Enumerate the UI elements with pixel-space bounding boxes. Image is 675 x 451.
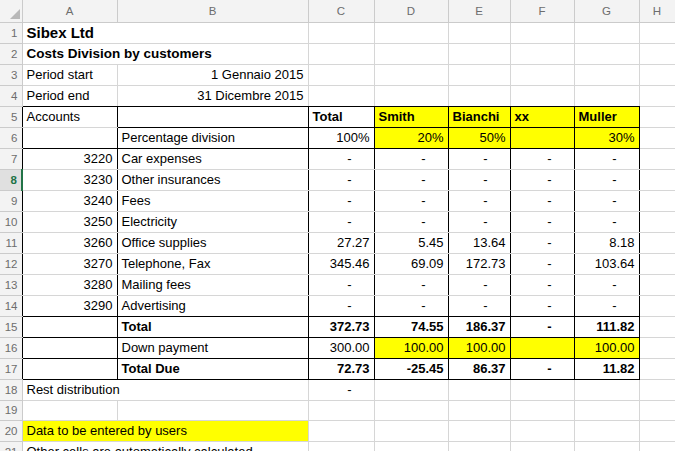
total-due-smith-cell[interactable]: -25.45 <box>374 358 448 379</box>
empty-cell[interactable] <box>639 169 675 190</box>
empty-cell[interactable] <box>639 232 675 253</box>
row-header-12[interactable]: 12 <box>0 253 22 274</box>
empty-cell[interactable] <box>448 22 510 43</box>
empty-cell[interactable] <box>510 379 574 400</box>
empty-cell[interactable] <box>574 379 639 400</box>
empty-cell[interactable] <box>448 43 510 64</box>
row-header-20[interactable]: 20 <box>0 420 22 441</box>
row-header-7[interactable]: 7 <box>0 148 22 169</box>
empty-cell[interactable] <box>639 64 675 85</box>
account-name-cell[interactable]: Car expenses <box>117 148 308 169</box>
account-code-cell[interactable]: 3220 <box>22 148 117 169</box>
empty-cell[interactable] <box>374 64 448 85</box>
empty-cell[interactable] <box>374 379 448 400</box>
empty-cell[interactable] <box>374 400 448 420</box>
account-name-cell[interactable]: Fees <box>117 190 308 211</box>
account-xx-cell[interactable]: - <box>510 232 574 253</box>
account-xx-cell[interactable]: - <box>510 148 574 169</box>
account-total-cell[interactable]: - <box>308 190 374 211</box>
percentage-smith-cell[interactable]: 20% <box>374 127 448 148</box>
empty-cell[interactable] <box>510 64 574 85</box>
empty-cell[interactable] <box>639 379 675 400</box>
empty-cell[interactable] <box>308 43 374 64</box>
account-xx-cell[interactable]: - <box>510 274 574 295</box>
account-bianchi-cell[interactable]: - <box>448 295 510 316</box>
empty-cell[interactable] <box>308 22 374 43</box>
account-bianchi-cell[interactable]: - <box>448 211 510 232</box>
account-total-cell[interactable]: - <box>308 148 374 169</box>
down-payment-label-cell[interactable]: Down payment <box>117 337 308 358</box>
empty-cell[interactable] <box>510 43 574 64</box>
empty-cell[interactable] <box>639 441 675 451</box>
customer-smith-header-cell[interactable]: Smith <box>374 106 448 127</box>
empty-cell[interactable] <box>574 420 639 441</box>
empty-cell[interactable] <box>574 85 639 106</box>
row-header-10[interactable]: 10 <box>0 211 22 232</box>
account-bianchi-cell[interactable]: - <box>448 148 510 169</box>
total-column-header-cell[interactable]: Total <box>308 106 374 127</box>
empty-cell[interactable] <box>308 64 374 85</box>
row-header-17[interactable]: 17 <box>0 358 22 379</box>
account-xx-cell[interactable]: - <box>510 253 574 274</box>
customer-xx-header-cell[interactable]: xx <box>510 106 574 127</box>
account-muller-cell[interactable]: 103.64 <box>574 253 639 274</box>
account-muller-cell[interactable]: - <box>574 274 639 295</box>
empty-cell[interactable] <box>22 127 117 148</box>
empty-cell[interactable] <box>639 253 675 274</box>
empty-cell[interactable] <box>308 420 374 441</box>
account-xx-cell[interactable]: - <box>510 169 574 190</box>
empty-cell[interactable] <box>308 400 374 420</box>
percentage-bianchi-cell[interactable]: 50% <box>448 127 510 148</box>
down-payment-total-cell[interactable]: 300.00 <box>308 337 374 358</box>
total-due-xx-cell[interactable]: - <box>510 358 574 379</box>
column-header-h[interactable]: H <box>639 0 675 22</box>
account-xx-cell[interactable]: - <box>510 295 574 316</box>
empty-cell[interactable] <box>574 441 639 451</box>
account-code-cell[interactable]: 3230 <box>22 169 117 190</box>
account-total-cell[interactable]: 27.27 <box>308 232 374 253</box>
account-total-cell[interactable]: - <box>308 274 374 295</box>
account-total-cell[interactable]: - <box>308 295 374 316</box>
empty-cell[interactable] <box>639 316 675 337</box>
account-name-cell[interactable]: Telephone, Fax <box>117 253 308 274</box>
empty-cell[interactable] <box>574 43 639 64</box>
period-end-value-cell[interactable]: 31 Dicembre 2015 <box>117 85 308 106</box>
empty-cell[interactable] <box>639 295 675 316</box>
account-name-cell[interactable]: Advertising <box>117 295 308 316</box>
row-header-4[interactable]: 4 <box>0 85 22 106</box>
empty-cell[interactable] <box>374 420 448 441</box>
empty-cell[interactable] <box>574 22 639 43</box>
rest-distribution-value-cell[interactable]: - <box>308 379 374 400</box>
subtitle-cell[interactable]: Costs Division by customers <box>22 43 308 64</box>
account-bianchi-cell[interactable]: - <box>448 169 510 190</box>
down-payment-smith-cell[interactable]: 100.00 <box>374 337 448 358</box>
account-name-cell[interactable]: Other insurances <box>117 169 308 190</box>
row-header-3[interactable]: 3 <box>0 64 22 85</box>
percentage-muller-cell[interactable]: 30% <box>574 127 639 148</box>
total-due-total-cell[interactable]: 72.73 <box>308 358 374 379</box>
account-smith-cell[interactable]: - <box>374 148 448 169</box>
account-smith-cell[interactable]: - <box>374 190 448 211</box>
column-header-f[interactable]: F <box>510 0 574 22</box>
account-code-cell[interactable]: 3260 <box>22 232 117 253</box>
empty-cell[interactable] <box>448 64 510 85</box>
row-header-21[interactable]: 21 <box>0 441 22 451</box>
account-muller-cell[interactable]: 8.18 <box>574 232 639 253</box>
account-muller-cell[interactable]: - <box>574 169 639 190</box>
empty-cell[interactable] <box>574 400 639 420</box>
column-header-a[interactable]: A <box>22 0 117 22</box>
accounts-header-cell[interactable]: Accounts <box>22 106 117 127</box>
account-code-cell[interactable]: 3240 <box>22 190 117 211</box>
total-row-xx-cell[interactable]: - <box>510 316 574 337</box>
account-code-cell[interactable]: 3270 <box>22 253 117 274</box>
title-cell[interactable]: Sibex Ltd <box>22 22 308 43</box>
percentage-division-label-cell[interactable]: Percentage division <box>117 127 308 148</box>
row-header-2[interactable]: 2 <box>0 43 22 64</box>
note-auto-calc-cell[interactable]: Other cells are automatically calculated <box>22 441 308 451</box>
column-header-g[interactable]: G <box>574 0 639 22</box>
empty-cell[interactable] <box>639 127 675 148</box>
percentage-xx-cell[interactable] <box>510 127 574 148</box>
account-total-cell[interactable]: 345.46 <box>308 253 374 274</box>
empty-cell[interactable] <box>22 337 117 358</box>
total-due-label-cell[interactable]: Total Due <box>117 358 308 379</box>
